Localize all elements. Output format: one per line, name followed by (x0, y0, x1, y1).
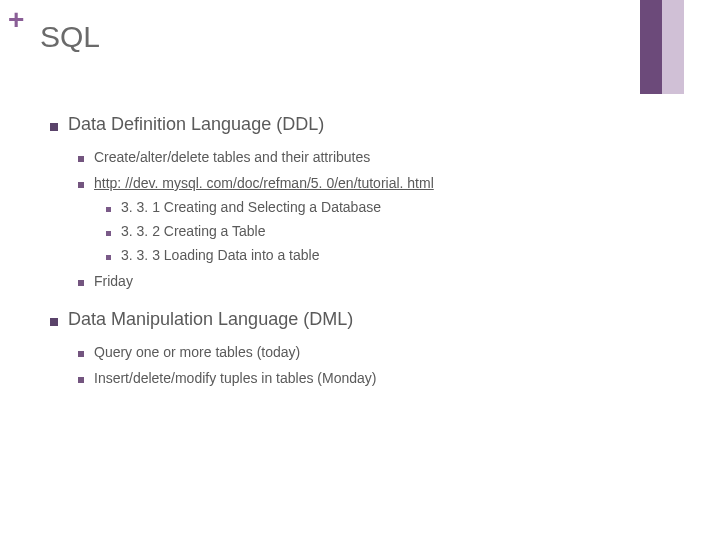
slide-content: SQL Data Definition Language (DDL) Creat… (40, 20, 690, 520)
list-item: Data Definition Language (DDL) Create/al… (50, 114, 690, 289)
square-bullet-icon (78, 156, 84, 162)
dml-heading: Data Manipulation Language (DML) (68, 309, 353, 330)
list-item: 3. 3. 3 Loading Data into a table (106, 247, 690, 263)
mysql-tutorial-link[interactable]: http: //dev. mysql. com/doc/refman/5. 0/… (94, 175, 434, 191)
tutorial-332-text: 3. 3. 2 Creating a Table (121, 223, 266, 239)
tutorial-333-text: 3. 3. 3 Loading Data into a table (121, 247, 319, 263)
list-item: http: //dev. mysql. com/doc/refman/5. 0/… (78, 175, 690, 263)
ddl-friday-text: Friday (94, 273, 133, 289)
square-bullet-icon (106, 231, 111, 236)
list-item: Create/alter/delete tables and their att… (78, 149, 690, 165)
list-item: 3. 3. 1 Creating and Selecting a Databas… (106, 199, 690, 215)
list-item: 3. 3. 2 Creating a Table (106, 223, 690, 239)
page-title: SQL (40, 20, 690, 54)
square-bullet-icon (78, 280, 84, 286)
square-bullet-icon (106, 207, 111, 212)
ddl-heading: Data Definition Language (DDL) (68, 114, 324, 135)
square-bullet-icon (78, 182, 84, 188)
dml-insert-text: Insert/delete/modify tuples in tables (M… (94, 370, 376, 386)
square-bullet-icon (50, 123, 58, 131)
square-bullet-icon (106, 255, 111, 260)
tutorial-331-text: 3. 3. 1 Creating and Selecting a Databas… (121, 199, 381, 215)
dml-query-text: Query one or more tables (today) (94, 344, 300, 360)
list-item: Data Manipulation Language (DML) Query o… (50, 309, 690, 386)
list-item: Insert/delete/modify tuples in tables (M… (78, 370, 690, 386)
square-bullet-icon (50, 318, 58, 326)
ddl-create-text: Create/alter/delete tables and their att… (94, 149, 370, 165)
list-item: Friday (78, 273, 690, 289)
plus-decoration: + (8, 6, 24, 34)
square-bullet-icon (78, 351, 84, 357)
square-bullet-icon (78, 377, 84, 383)
list-item: Query one or more tables (today) (78, 344, 690, 360)
